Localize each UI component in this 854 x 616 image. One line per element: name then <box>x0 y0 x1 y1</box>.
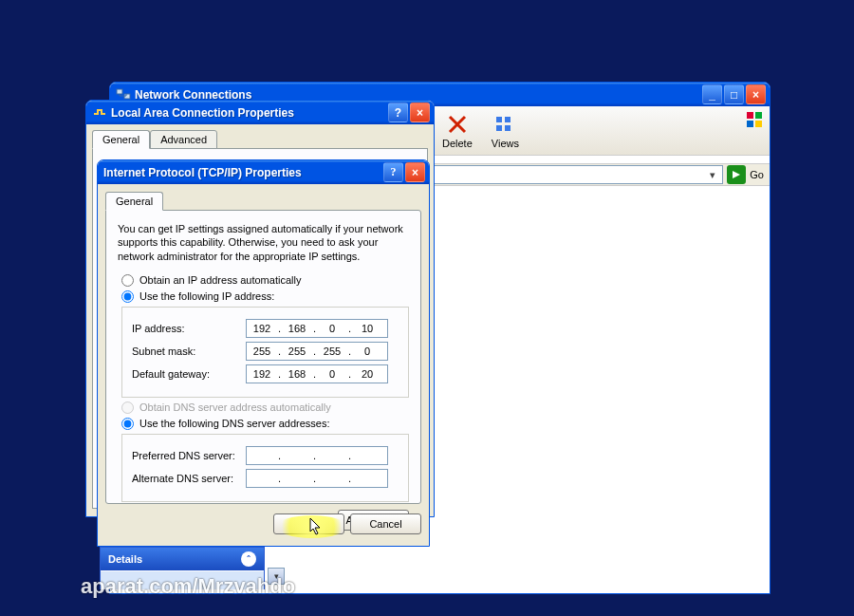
lac-tabstrip: General Advanced <box>92 130 428 149</box>
close-button[interactable]: × <box>405 162 425 182</box>
radio-use-ip[interactable]: Use the following IP address: <box>121 290 409 303</box>
tcpip-titlebar[interactable]: Internet Protocol (TCP/IP) Properties ? … <box>98 160 429 184</box>
tab-general[interactable]: General <box>92 130 150 149</box>
dns-fieldgroup: Preferred DNS server: . . . Alternate DN… <box>121 434 409 502</box>
lac-titlebar[interactable]: Local Area Connection Properties ? × <box>86 101 434 124</box>
svg-rect-10 <box>747 121 753 127</box>
svg-rect-6 <box>496 125 502 131</box>
radio-obtain-dns-input <box>121 401 134 414</box>
svg-rect-8 <box>747 112 753 119</box>
subnet-mask-input[interactable]: . . . <box>246 342 388 361</box>
default-gateway-input[interactable]: . . . <box>246 364 388 383</box>
svg-rect-9 <box>755 112 762 119</box>
ip-address-input[interactable]: . . . <box>246 319 388 338</box>
tcpip-panel: You can get IP settings assigned automat… <box>105 210 421 504</box>
tcpip-properties-dialog: Internet Protocol (TCP/IP) Properties ? … <box>97 159 430 547</box>
minimize-button[interactable]: _ <box>702 84 722 104</box>
radio-obtain-ip[interactable]: Obtain an IP address automatically <box>121 274 409 287</box>
go-label: Go <box>750 169 764 180</box>
svg-rect-0 <box>117 89 122 94</box>
svg-rect-4 <box>496 117 502 122</box>
watermark-text: aparat.com/Mrzvahdo <box>81 574 295 599</box>
ip-fieldgroup: IP address: . . . Subnet mask: . . . <box>121 307 409 398</box>
connection-icon <box>92 104 107 121</box>
preferred-dns-input[interactable]: . . . <box>246 446 388 465</box>
help-button[interactable]: ? <box>388 103 408 122</box>
default-gateway-label: Default gateway: <box>132 368 246 380</box>
ok-button[interactable] <box>273 513 344 534</box>
tcpip-description: You can get IP settings assigned automat… <box>118 222 409 263</box>
radio-use-dns[interactable]: Use the following DNS server addresses: <box>121 418 409 430</box>
views-button[interactable]: Views <box>492 113 519 149</box>
subnet-mask-label: Subnet mask: <box>132 345 246 357</box>
alternate-dns-label: Alternate DNS server: <box>132 473 246 484</box>
close-button[interactable]: × <box>410 103 430 122</box>
help-button[interactable]: ? <box>383 162 403 182</box>
lac-title: Local Area Connection Properties <box>111 106 388 120</box>
tab-advanced[interactable]: Advanced <box>150 130 217 149</box>
radio-obtain-ip-input[interactable] <box>121 274 134 287</box>
ip-address-label: IP address: <box>132 323 246 334</box>
chevron-up-icon: ˆ <box>241 551 256 567</box>
address-dropdown[interactable]: ▾ <box>385 165 723 184</box>
cancel-button[interactable]: Cancel <box>350 513 421 534</box>
go-button[interactable] <box>727 165 746 184</box>
radio-use-ip-input[interactable] <box>121 290 134 303</box>
svg-rect-11 <box>755 121 762 127</box>
chevron-down-icon: ▾ <box>705 169 720 181</box>
details-header[interactable]: Details ˆ <box>101 548 264 570</box>
radio-use-dns-input[interactable] <box>121 418 134 430</box>
radio-obtain-dns: Obtain DNS server address automatically <box>121 401 409 414</box>
tab-general[interactable]: General <box>105 192 163 211</box>
svg-rect-5 <box>505 117 511 122</box>
delete-button[interactable]: Delete <box>442 113 473 149</box>
tcpip-title: Internet Protocol (TCP/IP) Properties <box>103 166 383 179</box>
close-button[interactable]: × <box>746 84 766 104</box>
preferred-dns-label: Preferred DNS server: <box>132 450 246 461</box>
windows-flag-icon <box>745 110 764 129</box>
alternate-dns-input[interactable]: . . . <box>246 469 388 488</box>
svg-rect-7 <box>505 125 511 131</box>
maximize-button[interactable]: □ <box>724 84 744 104</box>
